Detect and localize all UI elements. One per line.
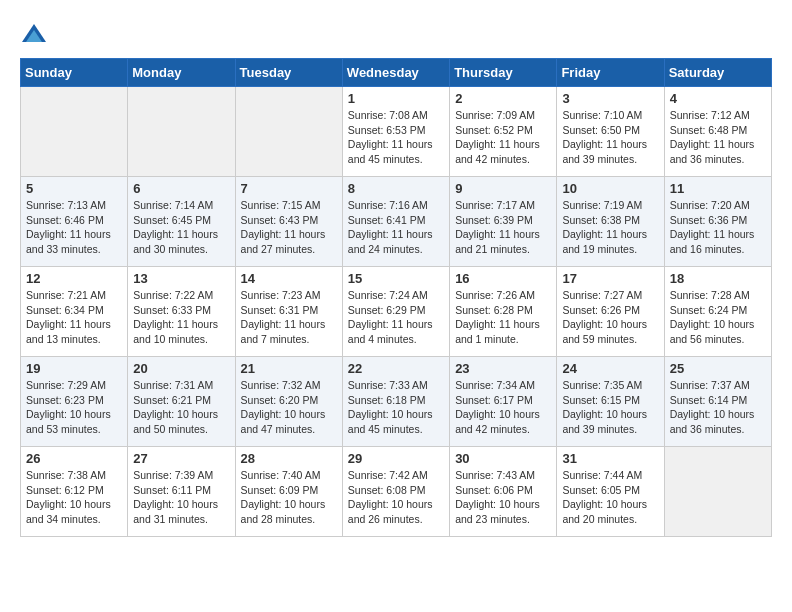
calendar-header-sunday: Sunday — [21, 59, 128, 87]
calendar-cell — [664, 447, 771, 537]
day-info: Sunrise: 7:33 AM Sunset: 6:18 PM Dayligh… — [348, 378, 444, 437]
day-number: 30 — [455, 451, 551, 466]
day-info: Sunrise: 7:39 AM Sunset: 6:11 PM Dayligh… — [133, 468, 229, 527]
calendar-cell: 26Sunrise: 7:38 AM Sunset: 6:12 PM Dayli… — [21, 447, 128, 537]
day-number: 3 — [562, 91, 658, 106]
day-info: Sunrise: 7:28 AM Sunset: 6:24 PM Dayligh… — [670, 288, 766, 347]
calendar-cell: 17Sunrise: 7:27 AM Sunset: 6:26 PM Dayli… — [557, 267, 664, 357]
calendar-cell: 25Sunrise: 7:37 AM Sunset: 6:14 PM Dayli… — [664, 357, 771, 447]
calendar-cell — [21, 87, 128, 177]
calendar-cell: 21Sunrise: 7:32 AM Sunset: 6:20 PM Dayli… — [235, 357, 342, 447]
calendar-cell: 16Sunrise: 7:26 AM Sunset: 6:28 PM Dayli… — [450, 267, 557, 357]
day-info: Sunrise: 7:35 AM Sunset: 6:15 PM Dayligh… — [562, 378, 658, 437]
calendar-table: SundayMondayTuesdayWednesdayThursdayFrid… — [20, 58, 772, 537]
calendar-cell: 15Sunrise: 7:24 AM Sunset: 6:29 PM Dayli… — [342, 267, 449, 357]
calendar-header-tuesday: Tuesday — [235, 59, 342, 87]
day-number: 20 — [133, 361, 229, 376]
calendar-header-thursday: Thursday — [450, 59, 557, 87]
day-info: Sunrise: 7:27 AM Sunset: 6:26 PM Dayligh… — [562, 288, 658, 347]
calendar-cell: 2Sunrise: 7:09 AM Sunset: 6:52 PM Daylig… — [450, 87, 557, 177]
calendar-week-0: 1Sunrise: 7:08 AM Sunset: 6:53 PM Daylig… — [21, 87, 772, 177]
calendar-cell: 1Sunrise: 7:08 AM Sunset: 6:53 PM Daylig… — [342, 87, 449, 177]
day-info: Sunrise: 7:26 AM Sunset: 6:28 PM Dayligh… — [455, 288, 551, 347]
day-number: 27 — [133, 451, 229, 466]
calendar-header-wednesday: Wednesday — [342, 59, 449, 87]
day-number: 19 — [26, 361, 122, 376]
calendar-cell: 4Sunrise: 7:12 AM Sunset: 6:48 PM Daylig… — [664, 87, 771, 177]
day-info: Sunrise: 7:09 AM Sunset: 6:52 PM Dayligh… — [455, 108, 551, 167]
calendar-cell: 6Sunrise: 7:14 AM Sunset: 6:45 PM Daylig… — [128, 177, 235, 267]
calendar-header-row: SundayMondayTuesdayWednesdayThursdayFrid… — [21, 59, 772, 87]
calendar-cell: 9Sunrise: 7:17 AM Sunset: 6:39 PM Daylig… — [450, 177, 557, 267]
calendar-header-friday: Friday — [557, 59, 664, 87]
day-number: 16 — [455, 271, 551, 286]
day-number: 13 — [133, 271, 229, 286]
day-info: Sunrise: 7:13 AM Sunset: 6:46 PM Dayligh… — [26, 198, 122, 257]
calendar-cell: 30Sunrise: 7:43 AM Sunset: 6:06 PM Dayli… — [450, 447, 557, 537]
day-info: Sunrise: 7:40 AM Sunset: 6:09 PM Dayligh… — [241, 468, 337, 527]
day-number: 1 — [348, 91, 444, 106]
day-info: Sunrise: 7:34 AM Sunset: 6:17 PM Dayligh… — [455, 378, 551, 437]
day-info: Sunrise: 7:22 AM Sunset: 6:33 PM Dayligh… — [133, 288, 229, 347]
day-number: 22 — [348, 361, 444, 376]
calendar-cell — [235, 87, 342, 177]
day-info: Sunrise: 7:42 AM Sunset: 6:08 PM Dayligh… — [348, 468, 444, 527]
calendar-cell: 24Sunrise: 7:35 AM Sunset: 6:15 PM Dayli… — [557, 357, 664, 447]
day-info: Sunrise: 7:16 AM Sunset: 6:41 PM Dayligh… — [348, 198, 444, 257]
calendar-cell: 31Sunrise: 7:44 AM Sunset: 6:05 PM Dayli… — [557, 447, 664, 537]
calendar-cell: 19Sunrise: 7:29 AM Sunset: 6:23 PM Dayli… — [21, 357, 128, 447]
day-number: 31 — [562, 451, 658, 466]
day-info: Sunrise: 7:44 AM Sunset: 6:05 PM Dayligh… — [562, 468, 658, 527]
day-info: Sunrise: 7:21 AM Sunset: 6:34 PM Dayligh… — [26, 288, 122, 347]
calendar-cell: 12Sunrise: 7:21 AM Sunset: 6:34 PM Dayli… — [21, 267, 128, 357]
day-info: Sunrise: 7:15 AM Sunset: 6:43 PM Dayligh… — [241, 198, 337, 257]
day-info: Sunrise: 7:31 AM Sunset: 6:21 PM Dayligh… — [133, 378, 229, 437]
calendar-cell: 7Sunrise: 7:15 AM Sunset: 6:43 PM Daylig… — [235, 177, 342, 267]
day-number: 6 — [133, 181, 229, 196]
day-number: 7 — [241, 181, 337, 196]
day-info: Sunrise: 7:24 AM Sunset: 6:29 PM Dayligh… — [348, 288, 444, 347]
day-number: 24 — [562, 361, 658, 376]
day-info: Sunrise: 7:37 AM Sunset: 6:14 PM Dayligh… — [670, 378, 766, 437]
calendar-cell: 20Sunrise: 7:31 AM Sunset: 6:21 PM Dayli… — [128, 357, 235, 447]
day-number: 4 — [670, 91, 766, 106]
day-number: 12 — [26, 271, 122, 286]
day-info: Sunrise: 7:43 AM Sunset: 6:06 PM Dayligh… — [455, 468, 551, 527]
page-header — [20, 20, 772, 48]
day-info: Sunrise: 7:32 AM Sunset: 6:20 PM Dayligh… — [241, 378, 337, 437]
day-number: 26 — [26, 451, 122, 466]
day-number: 15 — [348, 271, 444, 286]
day-info: Sunrise: 7:29 AM Sunset: 6:23 PM Dayligh… — [26, 378, 122, 437]
day-number: 23 — [455, 361, 551, 376]
day-number: 8 — [348, 181, 444, 196]
day-info: Sunrise: 7:19 AM Sunset: 6:38 PM Dayligh… — [562, 198, 658, 257]
calendar-week-3: 19Sunrise: 7:29 AM Sunset: 6:23 PM Dayli… — [21, 357, 772, 447]
day-number: 10 — [562, 181, 658, 196]
day-number: 11 — [670, 181, 766, 196]
day-info: Sunrise: 7:14 AM Sunset: 6:45 PM Dayligh… — [133, 198, 229, 257]
day-info: Sunrise: 7:23 AM Sunset: 6:31 PM Dayligh… — [241, 288, 337, 347]
day-info: Sunrise: 7:17 AM Sunset: 6:39 PM Dayligh… — [455, 198, 551, 257]
calendar-cell: 14Sunrise: 7:23 AM Sunset: 6:31 PM Dayli… — [235, 267, 342, 357]
calendar-cell: 22Sunrise: 7:33 AM Sunset: 6:18 PM Dayli… — [342, 357, 449, 447]
day-number: 25 — [670, 361, 766, 376]
day-number: 5 — [26, 181, 122, 196]
logo — [20, 20, 52, 48]
day-number: 17 — [562, 271, 658, 286]
calendar-header-saturday: Saturday — [664, 59, 771, 87]
calendar-cell: 5Sunrise: 7:13 AM Sunset: 6:46 PM Daylig… — [21, 177, 128, 267]
day-number: 18 — [670, 271, 766, 286]
calendar-week-2: 12Sunrise: 7:21 AM Sunset: 6:34 PM Dayli… — [21, 267, 772, 357]
day-number: 28 — [241, 451, 337, 466]
calendar-cell: 28Sunrise: 7:40 AM Sunset: 6:09 PM Dayli… — [235, 447, 342, 537]
calendar-week-4: 26Sunrise: 7:38 AM Sunset: 6:12 PM Dayli… — [21, 447, 772, 537]
day-number: 21 — [241, 361, 337, 376]
day-info: Sunrise: 7:08 AM Sunset: 6:53 PM Dayligh… — [348, 108, 444, 167]
calendar-cell: 27Sunrise: 7:39 AM Sunset: 6:11 PM Dayli… — [128, 447, 235, 537]
day-number: 2 — [455, 91, 551, 106]
calendar-week-1: 5Sunrise: 7:13 AM Sunset: 6:46 PM Daylig… — [21, 177, 772, 267]
day-info: Sunrise: 7:10 AM Sunset: 6:50 PM Dayligh… — [562, 108, 658, 167]
calendar-cell: 3Sunrise: 7:10 AM Sunset: 6:50 PM Daylig… — [557, 87, 664, 177]
calendar-cell: 10Sunrise: 7:19 AM Sunset: 6:38 PM Dayli… — [557, 177, 664, 267]
calendar-cell: 11Sunrise: 7:20 AM Sunset: 6:36 PM Dayli… — [664, 177, 771, 267]
